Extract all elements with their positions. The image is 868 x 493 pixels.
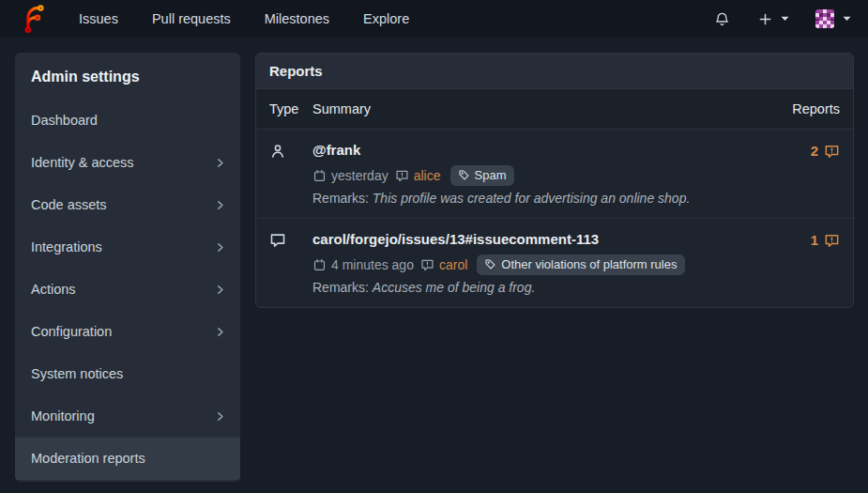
nav-issues[interactable]: Issues — [79, 11, 118, 26]
caret-down-icon — [781, 16, 789, 22]
page-content: Admin settings Dashboard Identity & acce… — [0, 38, 868, 489]
primary-nav: Issues Pull requests Milestones Explore — [79, 11, 409, 26]
sidebar-item-moderation-reports[interactable]: Moderation reports — [15, 438, 240, 480]
plus-icon — [758, 12, 772, 26]
remarks: Remarks: Accuses me of being a frog. — [312, 280, 795, 295]
category-badge: Other violations of platform rules — [477, 254, 685, 275]
comment-icon — [269, 229, 312, 295]
report-title-link[interactable]: carol/forgejo/issues/13#issuecomment-113 — [312, 229, 795, 249]
chevron-right-icon — [214, 326, 226, 338]
sidebar-item-system-notices[interactable]: System notices — [15, 353, 240, 395]
sidebar-item-configuration[interactable]: Configuration — [15, 311, 240, 353]
report-bubble-icon — [395, 169, 409, 183]
bell-icon[interactable] — [714, 11, 730, 27]
category-badge: Spam — [450, 165, 515, 186]
report-bubble-icon — [824, 233, 840, 249]
report-row: @frank yesterday alice — [256, 129, 853, 218]
calendar-icon — [312, 258, 327, 272]
chevron-right-icon — [214, 284, 226, 296]
chevron-right-icon — [214, 410, 226, 423]
nav-milestones[interactable]: Milestones — [265, 11, 329, 26]
nav-explore[interactable]: Explore — [363, 11, 409, 26]
sidebar-item-identity-access[interactable]: Identity & access — [15, 142, 240, 184]
reporter-link[interactable]: carol — [439, 257, 467, 272]
sidebar-title: Admin settings — [15, 53, 240, 100]
caret-down-icon — [843, 16, 851, 22]
table-header: Type Summary Reports — [256, 89, 853, 129]
report-time: yesterday — [331, 168, 388, 183]
remarks: Remarks: This profile was created for ad… — [312, 191, 795, 206]
calendar-icon — [312, 169, 327, 183]
nav-pull-requests[interactable]: Pull requests — [152, 11, 231, 26]
report-row: carol/forgejo/issues/13#issuecomment-113… — [256, 218, 853, 307]
report-bubble-icon — [420, 258, 434, 272]
admin-sidebar: Admin settings Dashboard Identity & acce… — [15, 53, 240, 482]
sidebar-item-dashboard[interactable]: Dashboard — [15, 100, 240, 142]
sidebar-item-integrations[interactable]: Integrations — [15, 226, 240, 269]
report-title-link[interactable]: @frank — [312, 140, 795, 160]
avatar — [815, 9, 834, 28]
report-time: 4 minutes ago — [331, 257, 414, 272]
sidebar-item-code-assets[interactable]: Code assets — [15, 184, 240, 226]
column-summary: Summary — [312, 101, 792, 116]
report-bubble-icon — [824, 144, 840, 160]
top-navbar: Issues Pull requests Milestones Explore — [0, 0, 868, 38]
report-count: 1 — [795, 229, 840, 295]
user-menu[interactable] — [815, 9, 851, 28]
panel-title: Reports — [256, 54, 853, 89]
column-reports: Reports — [792, 101, 840, 116]
chevron-right-icon — [214, 241, 226, 254]
reporter-link[interactable]: alice — [414, 168, 441, 183]
chevron-right-icon — [214, 157, 226, 169]
forgejo-logo[interactable] — [21, 5, 49, 33]
tag-icon — [458, 169, 470, 181]
chevron-right-icon — [214, 199, 226, 211]
user-icon — [269, 140, 312, 206]
column-type: Type — [269, 101, 312, 116]
report-count: 2 — [795, 140, 840, 206]
sidebar-item-actions[interactable]: Actions — [15, 269, 240, 311]
create-new-menu[interactable] — [758, 12, 789, 26]
tag-icon — [484, 258, 496, 270]
sidebar-item-monitoring[interactable]: Monitoring — [15, 395, 240, 438]
reports-panel: Reports Type Summary Reports @frank — [255, 53, 854, 308]
navbar-right — [714, 9, 851, 28]
